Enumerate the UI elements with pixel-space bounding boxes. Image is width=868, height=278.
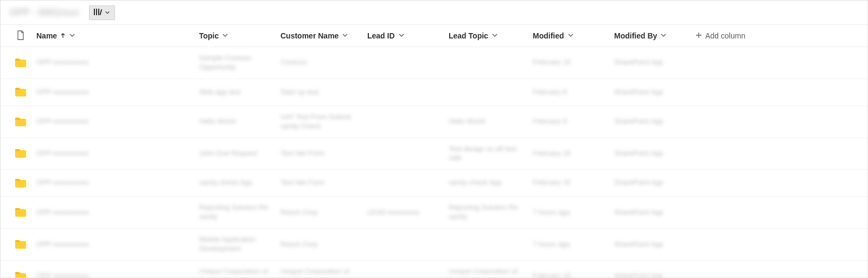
page-title: OPP - 0001/xxx bbox=[9, 7, 79, 18]
plus-icon bbox=[695, 31, 702, 40]
table-row[interactable]: OPP-xxxxxxxxxxJohn Doe RequestTest Net F… bbox=[1, 138, 867, 170]
add-column-label: Add column bbox=[705, 31, 745, 40]
column-header-leadtopic[interactable]: Lead Topic bbox=[449, 31, 533, 40]
folder-icon bbox=[9, 111, 36, 133]
chevron-down-icon bbox=[398, 31, 405, 40]
cell-topic: Sample Contoso Opportunity bbox=[199, 47, 280, 79]
table-row[interactable]: OPP-xxxxxxxxxxHello WorldUAT Test From S… bbox=[1, 106, 867, 138]
table-row[interactable]: OPP-xxxxxxxxxxSample Contoso Opportunity… bbox=[1, 47, 867, 79]
cell-modifiedby: SharePoint App bbox=[614, 172, 695, 194]
cell-name: OPP-xxxxxxxxxx bbox=[36, 51, 199, 74]
column-header-type[interactable] bbox=[9, 30, 36, 42]
cell-name: OPP-xxxxxxxxxx bbox=[36, 234, 199, 256]
column-header-modifiedby[interactable]: Modified By bbox=[614, 31, 695, 40]
column-label: Lead Topic bbox=[449, 31, 488, 40]
cell-leadtopic bbox=[449, 86, 533, 99]
table-row[interactable]: OPP-xxxxxxxxxxMobile Application Develop… bbox=[1, 229, 867, 261]
cell-leadid bbox=[367, 238, 449, 251]
chevron-down-icon bbox=[567, 31, 574, 40]
column-header-row: Name Topic Customer Name Lead ID Lead To… bbox=[1, 24, 867, 47]
folder-icon bbox=[9, 81, 36, 103]
cell-modifiedby: SharePoint App bbox=[614, 202, 695, 224]
cell-customer: Resch Corp bbox=[280, 234, 367, 256]
cell-leadid bbox=[367, 147, 449, 160]
cell-topic: Hello World bbox=[199, 111, 280, 133]
column-header-modified[interactable]: Modified bbox=[533, 31, 614, 40]
cell-name: OPP-xxxxxxxxxx bbox=[36, 202, 199, 224]
cell-leadtopic: Reporting Solution Re sanity bbox=[449, 197, 533, 228]
column-label: Customer Name bbox=[280, 31, 339, 40]
cell-modified: February 9 bbox=[533, 81, 614, 104]
cell-leadid bbox=[367, 86, 449, 99]
view-switcher-button[interactable] bbox=[89, 5, 115, 20]
folder-icon bbox=[9, 143, 36, 164]
column-label: Topic bbox=[199, 31, 219, 40]
svg-rect-3 bbox=[99, 9, 102, 15]
cell-modifiedby: SharePoint App bbox=[614, 111, 695, 133]
column-header-topic[interactable]: Topic bbox=[199, 31, 280, 40]
cell-customer: Contoso bbox=[280, 51, 367, 74]
column-label: Modified By bbox=[614, 31, 657, 40]
cell-modifiedby: SharePoint App bbox=[614, 234, 695, 256]
cell-leadtopic: Hello World bbox=[449, 111, 533, 133]
folder-icon bbox=[9, 202, 36, 223]
cell-leadtopic: Test design vs off test sale bbox=[449, 138, 533, 170]
cell-customer: Test Net Form bbox=[280, 143, 367, 165]
cell-topic: John Doe Request bbox=[199, 143, 280, 165]
table-body: OPP-xxxxxxxxxxSample Contoso Opportunity… bbox=[1, 47, 867, 278]
folder-icon bbox=[9, 234, 36, 255]
table-row[interactable]: OPP-xxxxxxxxxxsanity check AppTest Net F… bbox=[1, 170, 867, 197]
column-header-leadid[interactable]: Lead ID bbox=[367, 31, 449, 40]
toolbar: OPP - 0001/xxx bbox=[1, 1, 867, 24]
folder-icon bbox=[9, 172, 36, 194]
table-row[interactable]: OPP-xxxxxxxxxxUnique Corporation of Good… bbox=[1, 261, 867, 278]
cell-name: OPP-xxxxxxxxxx bbox=[36, 81, 199, 104]
cell-modifiedby: SharePoint App bbox=[614, 81, 695, 104]
sort-ascending-icon bbox=[60, 31, 66, 40]
column-label: Modified bbox=[533, 31, 564, 40]
cell-leadtopic: Unique Corporation of Goods bbox=[449, 261, 533, 278]
chevron-down-icon bbox=[342, 31, 348, 40]
cell-leadid bbox=[367, 115, 449, 128]
chevron-down-icon bbox=[660, 31, 667, 40]
cell-customer: Start up test bbox=[280, 81, 367, 104]
cell-modified: February 9 bbox=[533, 111, 614, 133]
cell-leadid: LEAD-xxxxxxxxx bbox=[367, 202, 449, 224]
column-label: Name bbox=[36, 31, 57, 40]
cell-modified: 7 hours ago bbox=[533, 202, 614, 224]
add-column-button[interactable]: Add column bbox=[695, 31, 777, 40]
chevron-down-icon bbox=[492, 31, 498, 40]
cell-modified: 7 hours ago bbox=[533, 234, 614, 256]
svg-rect-2 bbox=[98, 9, 99, 15]
cell-modifiedby: SharePoint App bbox=[614, 143, 695, 165]
column-header-name[interactable]: Name bbox=[36, 31, 199, 40]
cell-leadid bbox=[367, 56, 449, 69]
folder-icon bbox=[9, 266, 36, 278]
cell-leadid bbox=[367, 270, 449, 278]
cell-name: OPP-xxxxxxxxxx bbox=[36, 172, 199, 194]
chevron-down-icon bbox=[105, 8, 110, 17]
chevron-down-icon bbox=[222, 31, 228, 40]
cell-customer: Unique Corporation of Goods bbox=[280, 261, 367, 278]
cell-topic: Mobile Application Development bbox=[199, 229, 280, 260]
library-icon bbox=[94, 8, 103, 17]
cell-modifiedby: SharePoint App bbox=[614, 265, 695, 278]
cell-topic: sanity check App bbox=[199, 172, 280, 194]
cell-customer: Test Net Form bbox=[280, 172, 367, 194]
svg-rect-1 bbox=[96, 9, 97, 15]
column-label: Lead ID bbox=[367, 31, 395, 40]
cell-leadtopic bbox=[449, 238, 533, 251]
cell-topic: Web app test bbox=[199, 81, 280, 104]
cell-topic: Unique Corporation of Goods bbox=[199, 261, 280, 278]
cell-modified: February 15 bbox=[533, 51, 614, 74]
cell-customer: Resch Corp bbox=[280, 202, 367, 224]
cell-leadtopic: sanity check App bbox=[449, 172, 533, 194]
cell-leadid bbox=[367, 177, 449, 190]
column-header-customer[interactable]: Customer Name bbox=[280, 31, 367, 40]
cell-customer: UAT Test From Submit sanity Check bbox=[280, 106, 367, 138]
cell-modified: February 15 bbox=[533, 143, 614, 165]
cell-modified: February 15 bbox=[533, 172, 614, 194]
cell-modified: February 15 bbox=[533, 265, 614, 278]
table-row[interactable]: OPP-xxxxxxxxxxWeb app testStart up testF… bbox=[1, 79, 867, 106]
table-row[interactable]: OPP-xxxxxxxxxxReporting Solution Re sani… bbox=[1, 197, 867, 229]
